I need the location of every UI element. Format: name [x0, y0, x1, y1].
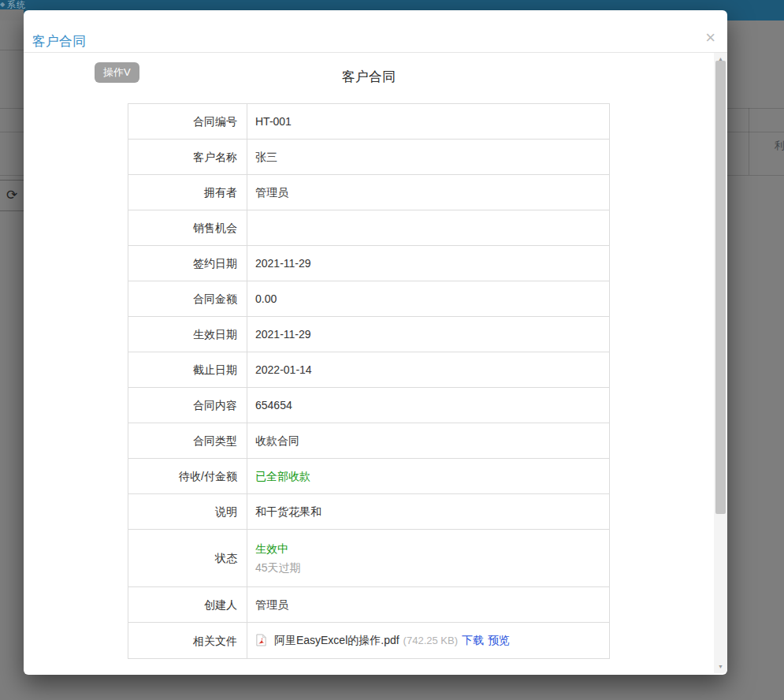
action-dropdown-button[interactable]: 操作V	[95, 62, 139, 83]
modal-title: 客户合同	[32, 32, 86, 50]
row-label: 合同编号	[128, 104, 247, 140]
table-row: 待收/付金额已全部收款	[128, 459, 610, 494]
row-label: 截止日期	[128, 352, 247, 388]
table-row: 合同金额0.00	[128, 281, 610, 317]
background-table-line	[0, 50, 24, 50]
row-label: 生效日期	[128, 317, 247, 352]
row-label: 合同金额	[128, 281, 247, 317]
table-row: 拥有者管理员	[128, 175, 610, 210]
row-label: 拥有者	[128, 175, 247, 210]
value-text: HT-001	[255, 115, 292, 128]
modal-header: 客户合同 ×	[24, 10, 727, 53]
table-row: 状态生效中45天过期	[128, 530, 610, 587]
contract-detail-modal: 客户合同 × 操作V 客户合同 合同编号HT-001客户名称张三拥有者管理员销售…	[24, 10, 727, 675]
value-text: 2021-11-29	[255, 328, 311, 341]
value-text: 2022-01-14	[255, 363, 312, 376]
value-text: 654654	[255, 399, 292, 411]
value-text: 45天过期	[255, 558, 597, 577]
file-name: 阿里EasyExcel的操作.pdf	[274, 634, 399, 646]
contract-table-body: 合同编号HT-001客户名称张三拥有者管理员销售机会签约日期2021-11-29…	[128, 104, 610, 659]
modal-body: 操作V 客户合同 合同编号HT-001客户名称张三拥有者管理员销售机会签约日期2…	[24, 53, 727, 673]
value-text: 生效中	[255, 539, 597, 558]
table-row: 销售机会	[128, 210, 610, 246]
screen: ◆ 系统 利 ⟳ 客户合同 × 操作V 客户合同 合同编号HT-001客户名称张…	[0, 0, 784, 700]
value-text: 管理员	[255, 186, 288, 199]
file-size: (742.25 KB)	[403, 635, 458, 646]
table-row: 相关文件 阿里EasyExcel的操作.pdf(742.25 KB)下载预览	[128, 623, 610, 659]
scrollbar-down-arrow-icon[interactable]: ▼	[714, 662, 727, 672]
value-text: 管理员	[255, 598, 288, 611]
row-value: 管理员	[247, 587, 610, 623]
row-label: 签约日期	[128, 246, 247, 281]
table-row: 合同编号HT-001	[128, 104, 610, 140]
row-value: 管理员	[247, 175, 610, 210]
table-row: 创建人管理员	[128, 587, 610, 623]
table-row: 客户名称张三	[128, 140, 610, 175]
table-row: 生效日期2021-11-29	[128, 317, 610, 352]
value-text: 已全部收款	[255, 470, 310, 482]
topbar-icon: ◆	[0, 1, 5, 8]
row-label: 相关文件	[128, 623, 247, 659]
contract-detail-table: 合同编号HT-001客户名称张三拥有者管理员销售机会签约日期2021-11-29…	[128, 103, 610, 659]
row-label: 状态	[128, 530, 247, 587]
table-row: 签约日期2021-11-29	[128, 246, 610, 281]
contract-detail-content: 客户合同 合同编号HT-001客户名称张三拥有者管理员销售机会签约日期2021-…	[24, 53, 714, 659]
pdf-file-icon	[255, 634, 270, 646]
row-value: 张三	[247, 140, 610, 175]
row-label: 合同内容	[128, 388, 247, 423]
row-value: 654654	[247, 388, 610, 423]
row-label: 合同类型	[128, 423, 247, 459]
row-label: 创建人	[128, 587, 247, 623]
row-value: 收款合同	[247, 423, 610, 459]
modal-scrollbar[interactable]: ▲ ▼	[714, 53, 727, 673]
row-label: 客户名称	[128, 140, 247, 175]
scrollbar-thumb[interactable]	[715, 61, 726, 514]
row-value: 和干货花果和	[247, 494, 610, 530]
row-value	[247, 210, 610, 246]
row-value: 0.00	[247, 281, 610, 317]
value-text: 2021-11-29	[255, 257, 311, 270]
row-value: 阿里EasyExcel的操作.pdf(742.25 KB)下载预览	[247, 623, 610, 659]
close-button[interactable]: ×	[705, 29, 715, 47]
download-link[interactable]: 下载	[462, 634, 484, 646]
preview-link[interactable]: 预览	[488, 634, 510, 646]
row-label: 说明	[128, 494, 247, 530]
value-text: 收款合同	[255, 434, 299, 447]
table-row: 合同内容654654	[128, 388, 610, 423]
table-row: 截止日期2022-01-14	[128, 352, 610, 388]
row-value: 2022-01-14	[247, 352, 610, 388]
value-text: 0.00	[255, 292, 277, 305]
row-label: 销售机会	[128, 210, 247, 246]
row-label: 待收/付金额	[128, 459, 247, 494]
row-value: 生效中45天过期	[247, 530, 610, 587]
value-text: 张三	[255, 151, 277, 163]
table-row: 说明和干货花果和	[128, 494, 610, 530]
background-patch	[0, 9, 24, 20]
row-value: 已全部收款	[247, 459, 610, 494]
background-table-vline	[749, 108, 749, 175]
row-value: 2021-11-29	[247, 317, 610, 352]
row-value: HT-001	[247, 104, 610, 140]
value-text: 和干货花果和	[255, 505, 321, 518]
table-row: 合同类型收款合同	[128, 423, 610, 459]
background-partial-cell: 利	[775, 139, 784, 153]
row-value: 2021-11-29	[247, 246, 610, 281]
